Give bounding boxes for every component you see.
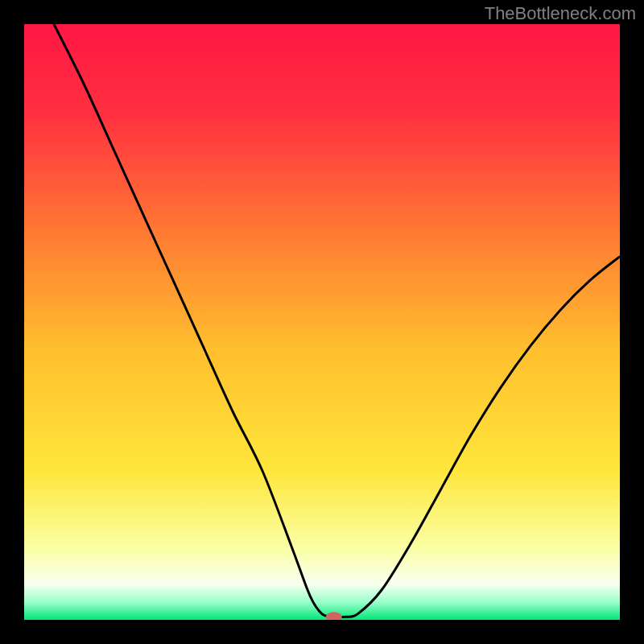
optimum-marker xyxy=(326,612,342,621)
chart-frame: TheBottleneck.com xyxy=(0,0,644,644)
watermark-text: TheBottleneck.com xyxy=(485,3,636,24)
gradient-background xyxy=(24,24,620,620)
bottleneck-chart xyxy=(0,0,644,644)
